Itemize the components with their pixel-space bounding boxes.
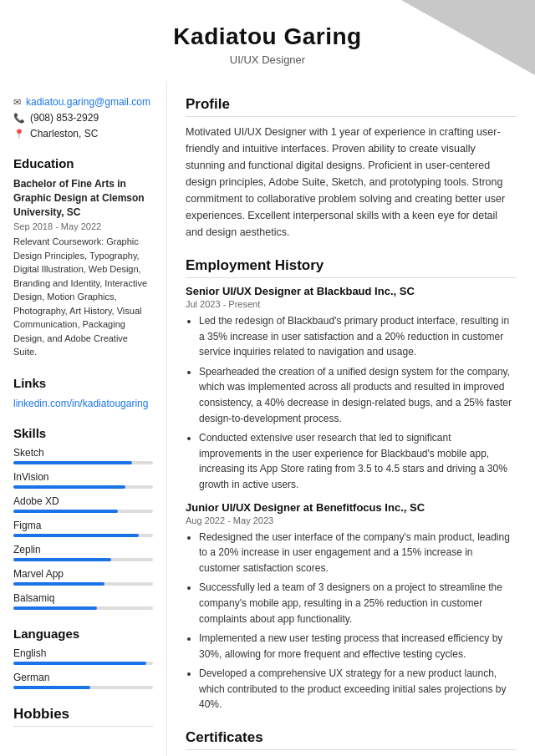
contact-section: ✉ kadiatou.garing@gmail.com 📞 (908) 853-… <box>13 96 153 140</box>
linkedin-link[interactable]: linkedin.com/in/kadiatougaring <box>13 398 148 409</box>
language-bar-fill <box>13 686 90 689</box>
hobbies-section: Hobbies <box>13 706 153 727</box>
skill-bar-bg <box>13 461 153 464</box>
job-entry: Junior UI/UX Designer at Benefitfocus In… <box>186 501 517 713</box>
skill-name: Sketch <box>13 447 153 459</box>
education-courses: Relevant Coursework: Graphic Design Prin… <box>13 235 153 359</box>
education-section: Education Bachelor of Fine Arts in Graph… <box>13 156 153 359</box>
certificates-title: Certificates <box>186 729 517 750</box>
links-title: Links <box>13 376 153 390</box>
employment-section: Employment History Senior UI/UX Designer… <box>186 257 517 713</box>
job-title: Senior UI/UX Designer at Blackbaud Inc.,… <box>186 285 517 297</box>
skill-name: Figma <box>13 520 153 531</box>
skills-list: Sketch InVision Adobe XD Figma Zeplin <box>13 447 153 610</box>
phone-item: 📞 (908) 853-2929 <box>13 112 153 124</box>
skill-name: Balsamiq <box>13 592 153 604</box>
education-degree: Bachelor of Fine Arts in Graphic Design … <box>13 177 153 219</box>
languages-list: English German <box>13 647 153 689</box>
skill-name: Zeplin <box>13 544 153 556</box>
job-bullet: Conducted extensive user research that l… <box>199 430 517 492</box>
skill-bar-fill <box>13 534 139 537</box>
languages-section: Languages English German <box>13 627 153 689</box>
job-date: Jul 2023 - Present <box>186 299 517 309</box>
skill-bar-bg <box>13 485 153 489</box>
profile-text: Motivated UI/UX Designer with 1 year of … <box>186 124 517 241</box>
skill-bar-fill <box>13 606 97 610</box>
employment-title: Employment History <box>186 257 517 278</box>
main-content: Profile Motivated UI/UX Designer with 1 … <box>167 81 535 756</box>
skill-item: Sketch <box>13 447 153 464</box>
skill-bar-fill <box>13 485 125 489</box>
job-bullet: Successfully led a team of 3 designers o… <box>199 580 517 627</box>
location-icon: 📍 <box>13 129 25 140</box>
skill-bar-fill <box>13 582 104 586</box>
languages-title: Languages <box>13 627 153 641</box>
language-name: German <box>13 672 153 683</box>
language-item: German <box>13 672 153 689</box>
skill-name: Marvel App <box>13 568 153 580</box>
skill-bar-fill <box>13 510 118 513</box>
job-bullet: Spearheaded the creation of a unified de… <box>199 364 517 426</box>
job-bullets: Led the redesign of Blackbaud's primary … <box>186 313 517 493</box>
job-bullets: Redesigned the user interface of the com… <box>186 530 517 713</box>
location-text: Charleston, SC <box>30 128 98 140</box>
education-date: Sep 2018 - May 2022 <box>13 221 153 231</box>
skill-bar-bg <box>13 582 153 586</box>
phone-text: (908) 853-2929 <box>30 112 99 124</box>
skill-item: Figma <box>13 520 153 537</box>
phone-icon: 📞 <box>13 113 25 124</box>
language-bar-fill <box>13 662 146 665</box>
profile-title: Profile <box>186 96 517 117</box>
email-item: ✉ kadiatou.garing@gmail.com <box>13 96 153 108</box>
candidate-name: Kadiatou Garing <box>17 23 518 50</box>
location-item: 📍 Charleston, SC <box>13 128 153 140</box>
job-bullet: Implemented a new user testing process t… <box>199 631 517 662</box>
job-entry: Senior UI/UX Designer at Blackbaud Inc.,… <box>186 285 517 493</box>
job-title: Junior UI/UX Designer at Benefitfocus In… <box>186 501 517 514</box>
skill-bar-fill <box>13 461 132 464</box>
jobs-list: Senior UI/UX Designer at Blackbaud Inc.,… <box>186 285 517 713</box>
profile-section: Profile Motivated UI/UX Designer with 1 … <box>186 96 517 241</box>
skill-bar-fill <box>13 558 111 561</box>
email-link[interactable]: kadiatou.garing@gmail.com <box>26 96 150 108</box>
skill-bar-bg <box>13 534 153 537</box>
skill-item: Zeplin <box>13 544 153 561</box>
language-bar-bg <box>13 686 153 689</box>
job-bullet: Redesigned the user interface of the com… <box>199 530 517 576</box>
skill-item: Balsamiq <box>13 592 153 610</box>
sidebar: ✉ kadiatou.garing@gmail.com 📞 (908) 853-… <box>0 81 167 756</box>
job-bullet: Developed a comprehensive UX strategy fo… <box>199 666 517 713</box>
candidate-title: UI/UX Designer <box>17 53 518 66</box>
skill-item: Adobe XD <box>13 495 153 513</box>
job-date: Aug 2022 - May 2023 <box>186 515 517 525</box>
skill-bar-bg <box>13 558 153 561</box>
certificates-section: Certificates Certified User Experience A… <box>186 729 517 756</box>
skill-item: Marvel App <box>13 568 153 586</box>
language-name: English <box>13 647 153 659</box>
email-icon: ✉ <box>13 97 21 108</box>
skill-bar-bg <box>13 510 153 513</box>
links-section: Links linkedin.com/in/kadiatougaring <box>13 376 153 409</box>
skills-section: Skills Sketch InVision Adobe XD Figma Ze… <box>13 426 153 610</box>
main-layout: ✉ kadiatou.garing@gmail.com 📞 (908) 853-… <box>0 81 535 756</box>
skill-item: InVision <box>13 471 153 489</box>
job-bullet: Led the redesign of Blackbaud's primary … <box>199 313 517 360</box>
education-title: Education <box>13 156 153 170</box>
resume-header: Kadiatou Garing UI/UX Designer <box>0 0 535 81</box>
skills-title: Skills <box>13 426 153 440</box>
skill-bar-bg <box>13 606 153 610</box>
language-bar-bg <box>13 662 153 665</box>
hobbies-title: Hobbies <box>13 706 153 727</box>
skill-name: InVision <box>13 471 153 483</box>
skill-name: Adobe XD <box>13 495 153 507</box>
language-item: English <box>13 647 153 665</box>
